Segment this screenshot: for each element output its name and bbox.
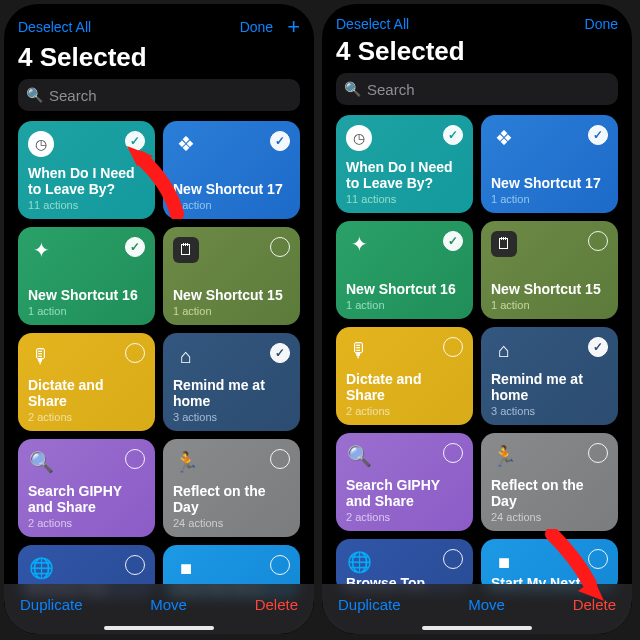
shortcut-grid: ◷When Do I Need to Leave By?11 actions❖N… [12, 121, 306, 599]
shortcut-subtitle: 2 actions [28, 517, 145, 529]
selection-indicator[interactable] [125, 343, 145, 363]
selection-indicator[interactable] [125, 237, 145, 257]
selection-indicator[interactable] [125, 449, 145, 469]
selection-indicator[interactable] [588, 337, 608, 357]
shortcut-subtitle: 1 action [173, 305, 290, 317]
selection-indicator[interactable] [588, 125, 608, 145]
calculator-icon: 🗒 [173, 237, 199, 263]
shortcut-subtitle: 24 actions [173, 517, 290, 529]
shortcut-card[interactable]: 🔍Search GIPHY and Share2 actions [18, 439, 155, 537]
search-icon: 🔍 [26, 87, 43, 103]
shortcut-name: New Shortcut 16 [28, 287, 145, 303]
home-icon: ⌂ [173, 343, 199, 369]
shortcut-card[interactable]: 🗒New Shortcut 151 action [163, 227, 300, 325]
done-link[interactable]: Done [585, 16, 618, 32]
layers-icon: ❖ [491, 125, 517, 151]
shortcut-name: Remind me at home [173, 377, 290, 409]
search-input[interactable]: 🔍 Search [18, 79, 300, 111]
shortcut-subtitle: 2 actions [346, 511, 463, 523]
delete-button[interactable]: Delete [255, 596, 298, 613]
search-icon: 🔍 [344, 81, 361, 97]
shortcut-name: Reflect on the Day [173, 483, 290, 515]
clock-icon: ◷ [346, 125, 372, 151]
shortcut-name: Remind me at home [491, 371, 608, 403]
deselect-all-link[interactable]: Deselect All [18, 19, 91, 35]
selection-indicator[interactable] [588, 443, 608, 463]
duplicate-button[interactable]: Duplicate [20, 596, 83, 613]
shortcut-subtitle: 1 action [28, 305, 145, 317]
sparkles-icon: ✦ [28, 237, 54, 263]
shortcut-name: New Shortcut 17 [491, 175, 608, 191]
search-input[interactable]: 🔍 Search [336, 73, 618, 105]
selection-indicator[interactable] [270, 343, 290, 363]
globe-icon: 🌐 [346, 549, 372, 575]
sparkles-icon: ✦ [346, 231, 372, 257]
shortcut-subtitle: 1 action [491, 193, 608, 205]
shortcut-card[interactable]: ✦New Shortcut 161 action [18, 227, 155, 325]
shortcut-card[interactable]: 🎙Dictate and Share2 actions [336, 327, 473, 425]
video-icon: ■ [173, 555, 199, 581]
shortcut-card[interactable]: 🏃Reflect on the Day24 actions [481, 433, 618, 531]
run-icon: 🏃 [173, 449, 199, 475]
shortcut-subtitle: 3 actions [173, 411, 290, 423]
shortcut-name: Search GIPHY and Share [346, 477, 463, 509]
shortcut-card[interactable]: ⌂Remind me at home3 actions [481, 327, 618, 425]
shortcut-subtitle: 11 actions [346, 193, 463, 205]
selection-indicator[interactable] [270, 237, 290, 257]
globe-icon: 🌐 [28, 555, 54, 581]
shortcut-name: Dictate and Share [346, 371, 463, 403]
search-placeholder: Search [367, 81, 415, 98]
add-icon[interactable]: + [287, 16, 300, 38]
move-button[interactable]: Move [468, 596, 505, 613]
shortcut-name: Search GIPHY and Share [28, 483, 145, 515]
shortcut-card[interactable]: ◷When Do I Need to Leave By?11 actions [18, 121, 155, 219]
mic-icon: 🎙 [346, 337, 372, 363]
delete-button[interactable]: Delete [573, 596, 616, 613]
deselect-all-link[interactable]: Deselect All [336, 16, 409, 32]
shortcut-card[interactable]: ◷When Do I Need to Leave By?11 actions [336, 115, 473, 213]
home-indicator [422, 626, 532, 630]
phone-left: Deselect All Done + 4 Selected 🔍 Search … [4, 4, 314, 634]
selection-indicator[interactable] [443, 549, 463, 569]
shortcut-subtitle: 11 actions [28, 199, 145, 211]
move-button[interactable]: Move [150, 596, 187, 613]
search-icon: 🔍 [346, 443, 372, 469]
shortcut-name: New Shortcut 15 [491, 281, 608, 297]
calculator-icon: 🗒 [491, 231, 517, 257]
shortcut-name: When Do I Need to Leave By? [346, 159, 463, 191]
selection-indicator[interactable] [443, 443, 463, 463]
selection-indicator[interactable] [125, 555, 145, 575]
shortcut-card[interactable]: 🗒New Shortcut 151 action [481, 221, 618, 319]
shortcut-name: Dictate and Share [28, 377, 145, 409]
selection-indicator[interactable] [443, 125, 463, 145]
mic-icon: 🎙 [28, 343, 54, 369]
shortcut-card[interactable]: 🎙Dictate and Share2 actions [18, 333, 155, 431]
shortcut-card[interactable]: ⌂Remind me at home3 actions [163, 333, 300, 431]
shortcut-card[interactable]: ❖New Shortcut 171 action [481, 115, 618, 213]
selection-indicator[interactable] [443, 231, 463, 251]
selection-indicator[interactable] [270, 555, 290, 575]
selection-indicator[interactable] [588, 549, 608, 569]
shortcut-subtitle: 3 actions [491, 405, 608, 417]
shortcut-card[interactable]: 🏃Reflect on the Day24 actions [163, 439, 300, 537]
selection-indicator[interactable] [588, 231, 608, 251]
duplicate-button[interactable]: Duplicate [338, 596, 401, 613]
shortcut-name: New Shortcut 15 [173, 287, 290, 303]
selection-indicator[interactable] [125, 131, 145, 151]
video-icon: ■ [491, 549, 517, 575]
selection-indicator[interactable] [443, 337, 463, 357]
shortcut-subtitle: 2 actions [346, 405, 463, 417]
selection-indicator[interactable] [270, 449, 290, 469]
shortcut-card[interactable]: ✦New Shortcut 161 action [336, 221, 473, 319]
shortcut-card[interactable]: ❖New Shortcut 171 action [163, 121, 300, 219]
done-link[interactable]: Done [240, 19, 273, 35]
shortcut-card[interactable]: 🔍Search GIPHY and Share2 actions [336, 433, 473, 531]
layers-icon: ❖ [173, 131, 199, 157]
home-icon: ⌂ [491, 337, 517, 363]
shortcut-name: New Shortcut 17 [173, 181, 290, 197]
shortcut-subtitle: 1 action [346, 299, 463, 311]
selection-indicator[interactable] [270, 131, 290, 151]
home-indicator [104, 626, 214, 630]
shortcut-name: Reflect on the Day [491, 477, 608, 509]
shortcut-subtitle: 2 actions [28, 411, 145, 423]
